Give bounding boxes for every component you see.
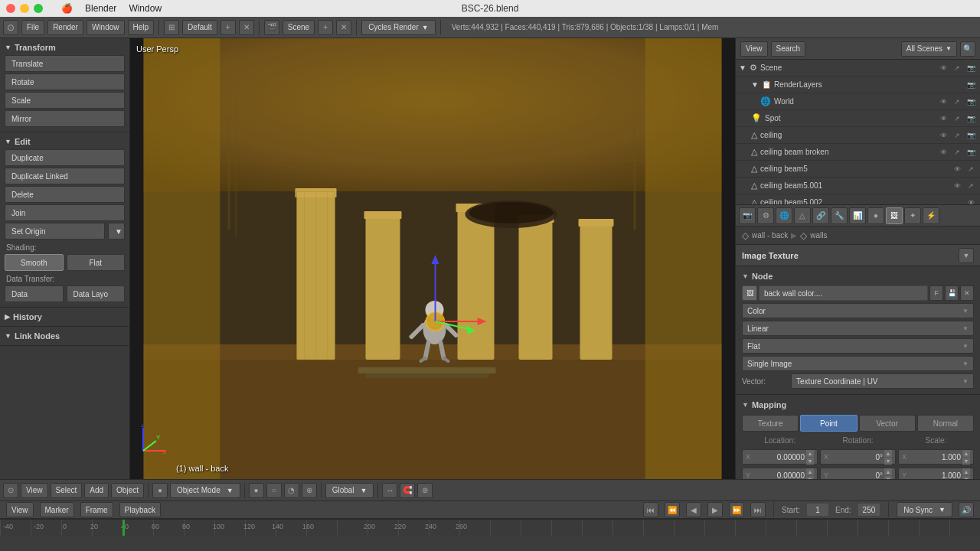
audio-icon[interactable]: 🔊: [959, 502, 974, 517]
rotate-btn[interactable]: Rotate: [5, 73, 125, 90]
tab-vector[interactable]: Vector: [859, 415, 916, 432]
end-frame-display[interactable]: 250: [858, 503, 881, 517]
rot-y-up[interactable]: ▲: [884, 468, 892, 475]
texture-prop-btn[interactable]: 🖼: [886, 207, 903, 224]
spot-sel-btn[interactable]: ↗: [951, 112, 963, 125]
scene-item[interactable]: ▼ ⚙ Scene 👁 ↗ 📷: [736, 60, 980, 77]
scene-render-btn[interactable]: 📷: [965, 62, 977, 74]
tab-texture[interactable]: Texture: [742, 415, 799, 432]
scale-y-stepper[interactable]: ▲ ▼: [962, 468, 970, 480]
node-type-dropdown[interactable]: ▼: [959, 248, 974, 263]
layout-icon-btn[interactable]: ⊞: [164, 20, 179, 35]
cb5-sel-btn[interactable]: ↗: [965, 163, 977, 175]
loc-x-stepper[interactable]: ▲ ▼: [806, 450, 814, 465]
tab-point[interactable]: Point: [800, 415, 857, 432]
global-select[interactable]: Global ▼: [325, 483, 374, 498]
rot-x-field[interactable]: X 0° ▲ ▼: [820, 449, 896, 465]
mapping-header[interactable]: ▼ Mapping: [742, 398, 974, 412]
scale-x-field[interactable]: X 1.000 ▲ ▼: [898, 449, 974, 465]
shading-icon-solid[interactable]: ●: [249, 483, 264, 498]
physics-prop-btn[interactable]: ⚡: [923, 207, 939, 224]
shading-icon-tex[interactable]: ◔: [284, 483, 299, 498]
scene-del-btn[interactable]: ✕: [336, 20, 351, 35]
ceiling-beam5002-item[interactable]: △ ceiling beam5.002 👁: [736, 194, 980, 205]
render-engine-select[interactable]: Cycles Render ▼: [361, 20, 436, 35]
rot-x-up[interactable]: ▲: [884, 450, 892, 457]
world-render-btn[interactable]: 📷: [965, 96, 977, 108]
rot-y-field[interactable]: Y 0° ▲ ▼: [820, 468, 896, 479]
scene-sel-btn[interactable]: ↗: [951, 62, 963, 74]
object-prop-btn[interactable]: △: [794, 207, 811, 224]
playhead[interactable]: [122, 520, 125, 536]
spot-item[interactable]: 💡 Spot 👁 ↗ 📷: [736, 110, 980, 127]
add-btn[interactable]: Add: [84, 483, 109, 498]
extension-dropdown[interactable]: Flat ▼: [742, 338, 974, 354]
ceiling-beam5001-item[interactable]: △ ceiling beam5.001 👁 ↗: [736, 178, 980, 194]
mirror-btn[interactable]: Mirror: [5, 110, 125, 127]
rot-x-dn[interactable]: ▼: [884, 458, 892, 465]
render-prop-btn[interactable]: 📷: [739, 207, 756, 224]
loc-x-dn[interactable]: ▼: [806, 458, 814, 465]
ceiling-beam5-item[interactable]: △ ceiling beam5 👁 ↗: [736, 161, 980, 178]
help-menu-btn[interactable]: Help: [128, 20, 155, 35]
play-forward-btn[interactable]: ▶: [707, 502, 723, 517]
breadcrumb-walls[interactable]: walls: [810, 231, 827, 240]
cbb-sel-btn[interactable]: ↗: [951, 146, 963, 158]
set-origin-dropdown[interactable]: ▼: [108, 223, 125, 240]
interpolation-dropdown[interactable]: Linear ▼: [742, 321, 974, 336]
node-save-btn[interactable]: 💾: [945, 285, 959, 301]
scale-x-stepper[interactable]: ▲ ▼: [962, 450, 970, 465]
node-name-field[interactable]: back wall color....: [759, 285, 928, 301]
timeline-playback-btn[interactable]: Playback: [119, 502, 162, 517]
manipulator-icon[interactable]: ↔: [382, 483, 397, 498]
transform-header[interactable]: ▼ Transform: [0, 41, 129, 54]
close-button[interactable]: [6, 4, 15, 13]
vector-dropdown[interactable]: Texture Coordinate | UV ▼: [791, 373, 974, 389]
timeline-frame-btn[interactable]: Frame: [80, 502, 113, 517]
edit-header[interactable]: ▼ Edit: [0, 135, 129, 148]
ceiling-render-btn[interactable]: 📷: [965, 129, 977, 142]
rot-y-dn[interactable]: ▼: [884, 476, 892, 480]
cb5001-sel-btn[interactable]: ↗: [965, 180, 977, 192]
cbb-vis-btn[interactable]: 👁: [937, 146, 949, 158]
view-btn[interactable]: View: [21, 483, 48, 498]
spot-render-btn[interactable]: 📷: [965, 112, 977, 125]
world-sel-btn[interactable]: ↗: [951, 96, 963, 108]
scale-y-up[interactable]: ▲: [962, 468, 970, 475]
data-prop-btn[interactable]: 📊: [849, 207, 866, 224]
mode-icon[interactable]: ●: [152, 483, 168, 498]
translate-btn[interactable]: Translate: [5, 55, 125, 72]
constraint-prop-btn[interactable]: 🔗: [812, 207, 829, 224]
scene-icon-btn[interactable]: 🎬: [264, 20, 279, 35]
ceiling-vis-btn[interactable]: 👁: [937, 129, 949, 142]
layout-add-btn[interactable]: +: [220, 20, 236, 35]
data-layo-btn[interactable]: Data Layo: [67, 285, 126, 302]
loc-y-dn[interactable]: ▼: [806, 476, 814, 480]
loc-x-up[interactable]: ▲: [806, 450, 814, 457]
world-item[interactable]: 🌐 World 👁 ↗ 📷: [736, 93, 980, 110]
snap-icon[interactable]: 🧲: [400, 483, 415, 498]
play-icon-btn[interactable]: ⏮: [643, 502, 658, 517]
prev-frame-btn[interactable]: ⏪: [665, 502, 680, 517]
select-btn[interactable]: Select: [51, 483, 83, 498]
node-clear-btn[interactable]: ✕: [960, 285, 974, 301]
timeline-ruler[interactable]: -40 -20 0 20 40 60 80 100 120 140 160 20…: [0, 519, 980, 536]
cb5-vis-btn[interactable]: 👁: [951, 163, 963, 175]
scale-y-field[interactable]: Y 1.000 ▲ ▼: [898, 468, 974, 479]
scene-select[interactable]: Scene: [283, 20, 315, 35]
rl-action-btn[interactable]: 📷: [965, 79, 977, 91]
flat-btn[interactable]: Flat: [67, 254, 126, 271]
window-menu-btn[interactable]: Window: [87, 20, 125, 35]
data-btn[interactable]: Data: [5, 285, 64, 302]
spot-vis-btn[interactable]: 👁: [937, 112, 949, 125]
outliner-all-scenes[interactable]: All Scenes ▼: [901, 41, 957, 57]
link-nodes-header[interactable]: ▼ Link Nodes: [0, 330, 129, 342]
outliner-search-btn[interactable]: Search: [771, 41, 806, 57]
rot-y-stepper[interactable]: ▲ ▼: [884, 468, 892, 480]
view-icon-btn[interactable]: ⊙: [3, 483, 18, 498]
world-prop-btn[interactable]: 🌐: [776, 207, 792, 224]
history-header[interactable]: ▶ History: [0, 311, 129, 323]
next-frame-btn[interactable]: ⏩: [729, 502, 744, 517]
source-dropdown[interactable]: Single Image ▼: [742, 356, 974, 371]
render-layers-item[interactable]: ▼ 📋 RenderLayers 📷: [736, 77, 980, 93]
